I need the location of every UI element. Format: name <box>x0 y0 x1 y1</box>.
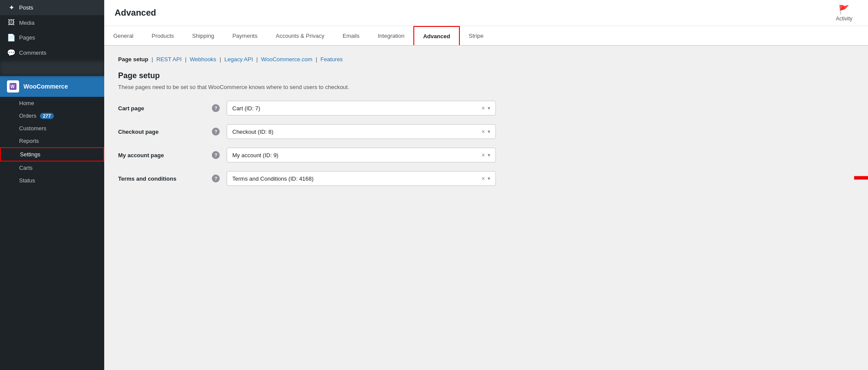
sidebar-item-comments[interactable]: 💬 Comments <box>0 45 104 60</box>
red-arrow-annotation <box>854 167 868 190</box>
sidebar-item-media[interactable]: 🖼 Media <box>0 15 104 30</box>
subnav-legacy-api[interactable]: Legacy API <box>224 56 253 63</box>
sidebar-item-reports-label: Reports <box>19 138 39 144</box>
cart-page-dropdown-icon[interactable]: ▾ <box>488 105 490 111</box>
tab-stripe[interactable]: Stripe <box>460 26 493 46</box>
sidebar-item-carts[interactable]: Carts <box>0 162 104 174</box>
my-account-page-dropdown-icon[interactable]: ▾ <box>488 152 490 158</box>
tab-emails[interactable]: Emails <box>333 26 369 46</box>
section-title: Page setup <box>118 71 854 80</box>
tab-general[interactable]: General <box>104 26 142 46</box>
settings-content: Page setup | REST API | Webhooks | Legac… <box>104 46 868 370</box>
my-account-page-label: My account page <box>118 152 205 159</box>
terms-conditions-value: Terms and Conditions (ID: 4168) <box>232 175 314 182</box>
terms-conditions-select-wrapper: Terms and Conditions (ID: 4168) × ▾ <box>227 171 496 186</box>
tab-integration[interactable]: Integration <box>369 26 413 46</box>
checkout-page-label: Checkout page <box>118 129 205 135</box>
my-account-page-row: My account page ? My account (ID: 9) × ▾ <box>118 148 854 162</box>
subnav-woocommerce-com[interactable]: WooCommerce.com <box>261 56 312 63</box>
sidebar-item-status[interactable]: Status <box>0 174 104 187</box>
sidebar-item-customers[interactable]: Customers <box>0 122 104 135</box>
sidebar-item-pages-label: Pages <box>19 34 35 41</box>
my-account-page-select-wrapper: My account (ID: 9) × ▾ <box>227 148 496 162</box>
sidebar-item-customers-label: Customers <box>19 125 46 132</box>
activity-flag-icon: 🚩 <box>838 4 849 15</box>
cart-page-row: Cart page ? Cart (ID: 7) × ▾ <box>118 101 854 116</box>
page-title: Advanced <box>115 8 156 18</box>
svg-marker-2 <box>854 171 868 185</box>
terms-conditions-clear[interactable]: × <box>482 175 485 182</box>
woocommerce-label: WooCommerce <box>23 83 68 90</box>
terms-conditions-row: Terms and conditions ? Terms and Conditi… <box>118 171 854 186</box>
media-icon: 🖼 <box>7 19 16 26</box>
sidebar-item-settings[interactable]: Settings <box>0 147 104 162</box>
activity-label: Activity <box>836 16 852 22</box>
sidebar-item-posts-label: Posts <box>19 4 33 11</box>
main-content: Advanced 🚩 Activity General Products Shi… <box>104 0 868 370</box>
sidebar-item-orders[interactable]: Orders 277 <box>0 109 104 122</box>
woo-icon: W <box>7 80 19 92</box>
tab-shipping[interactable]: Shipping <box>183 26 224 46</box>
checkout-page-row: Checkout page ? Checkout (ID: 8) × ▾ <box>118 124 854 139</box>
cart-page-select[interactable]: Cart (ID: 7) × ▾ <box>227 101 496 116</box>
sidebar-item-pages[interactable]: 📄 Pages <box>0 30 104 45</box>
activity-button[interactable]: 🚩 Activity <box>831 1 858 25</box>
checkout-page-select[interactable]: Checkout (ID: 8) × ▾ <box>227 124 496 139</box>
sidebar-item-home-label: Home <box>19 100 34 106</box>
subnav-rest-api[interactable]: REST API <box>156 56 182 63</box>
page-title-area: Advanced <box>115 8 156 18</box>
section-description: These pages need to be set so that WooCo… <box>118 84 854 90</box>
comments-icon: 💬 <box>7 49 16 57</box>
sidebar: ✦ Posts 🖼 Media 📄 Pages 💬 Comments W Woo… <box>0 0 104 370</box>
tab-payments[interactable]: Payments <box>223 26 267 46</box>
topbar: Advanced 🚩 Activity <box>104 0 868 26</box>
sidebar-item-comments-label: Comments <box>19 50 46 56</box>
sidebar-item-media-label: Media <box>19 20 34 26</box>
sidebar-item-home[interactable]: Home <box>0 97 104 109</box>
sidebar-item-settings-label: Settings <box>20 151 40 158</box>
checkout-page-dropdown-icon[interactable]: ▾ <box>488 129 490 135</box>
subnav-features[interactable]: Features <box>320 56 343 63</box>
cart-page-value: Cart (ID: 7) <box>232 105 260 112</box>
checkout-page-clear[interactable]: × <box>482 128 485 135</box>
checkout-page-select-wrapper: Checkout (ID: 8) × ▾ <box>227 124 496 139</box>
sidebar-item-status-label: Status <box>19 177 35 184</box>
tab-products[interactable]: Products <box>142 26 183 46</box>
pages-icon: 📄 <box>7 33 16 42</box>
my-account-page-clear[interactable]: × <box>482 152 485 159</box>
cart-page-clear[interactable]: × <box>482 105 485 112</box>
subnav-current: Page setup <box>118 56 148 63</box>
terms-conditions-label: Terms and conditions <box>118 175 205 182</box>
posts-icon: ✦ <box>7 3 16 12</box>
terms-conditions-select[interactable]: Terms and Conditions (ID: 4168) × ▾ <box>227 171 496 186</box>
cart-page-label: Cart page <box>118 105 205 112</box>
sidebar-item-reports[interactable]: Reports <box>0 135 104 147</box>
checkout-page-help[interactable]: ? <box>212 128 220 135</box>
sidebar-item-posts[interactable]: ✦ Posts <box>0 0 104 15</box>
settings-tabs: General Products Shipping Payments Accou… <box>104 26 868 46</box>
sidebar-item-carts-label: Carts <box>19 165 33 171</box>
tab-accounts-privacy[interactable]: Accounts & Privacy <box>267 26 333 46</box>
sub-navigation: Page setup | REST API | Webhooks | Legac… <box>118 56 854 63</box>
terms-conditions-dropdown-icon[interactable]: ▾ <box>488 175 490 182</box>
checkout-page-value: Checkout (ID: 8) <box>232 129 274 135</box>
woocommerce-section[interactable]: W WooCommerce <box>0 76 104 97</box>
tab-advanced[interactable]: Advanced <box>413 26 459 46</box>
svg-text:W: W <box>10 84 15 89</box>
blurred-user-item <box>0 61 104 75</box>
my-account-page-value: My account (ID: 9) <box>232 152 278 159</box>
orders-badge: 277 <box>40 113 54 119</box>
sidebar-item-orders-label: Orders <box>19 112 36 119</box>
cart-page-select-wrapper: Cart (ID: 7) × ▾ <box>227 101 496 116</box>
terms-conditions-help[interactable]: ? <box>212 175 220 182</box>
my-account-page-help[interactable]: ? <box>212 151 220 159</box>
cart-page-help[interactable]: ? <box>212 104 220 112</box>
subnav-webhooks[interactable]: Webhooks <box>190 56 216 63</box>
my-account-page-select[interactable]: My account (ID: 9) × ▾ <box>227 148 496 162</box>
